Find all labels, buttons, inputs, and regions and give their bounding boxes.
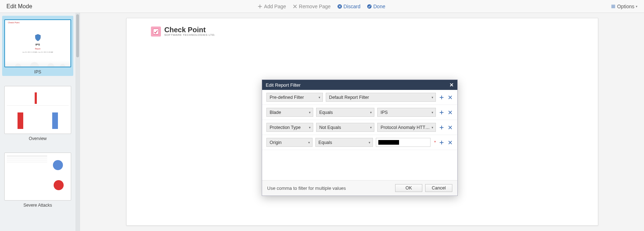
filter-row: Pre-defined Filter▾ Default Report Filte… (262, 90, 457, 105)
sidebar-scrollbar[interactable] (75, 13, 80, 231)
chevron-down-icon: ▾ (319, 96, 320, 99)
options-label: Options (617, 4, 634, 9)
remove-filter-button[interactable] (447, 95, 453, 100)
filter-field-value: Blade (270, 110, 281, 115)
filter-operator-select[interactable]: Not Equals▾ (316, 123, 375, 132)
top-bar: Edit Mode Add Page Remove Page Discard D… (0, 0, 644, 13)
thumb-timeframe: Jan 19, 2021 11:33 AM - Jan 19, 2021 11:… (23, 51, 53, 53)
plus-icon (257, 4, 262, 9)
required-indicator: * (434, 140, 436, 145)
add-filter-button[interactable] (439, 110, 444, 115)
brand-subtitle: SOFTWARE TECHNOLOGIES LTD. (164, 33, 216, 37)
thumb-brand: Check Point (8, 21, 19, 24)
discard-icon (337, 4, 342, 9)
chevron-down-icon: ▾ (308, 141, 310, 144)
chevron-down-icon: ▾ (432, 111, 433, 114)
filter-operator-select[interactable]: Equals▾ (315, 138, 373, 147)
filter-operator-value: Equals (319, 110, 333, 115)
edit-report-filter-dialog: Edit Report Filter ✕ Pre-defined Filter▾… (262, 80, 458, 196)
filter-value-select[interactable]: Protocol Anomaly HTTP,Proto...▾ (377, 123, 436, 132)
chevron-down-icon: ▾ (370, 126, 372, 129)
shield-icon (35, 34, 41, 42)
discard-button[interactable]: Discard (337, 4, 360, 9)
dialog-close-button[interactable]: ✕ (449, 82, 454, 88)
page-thumbnail-ips[interactable]: Check Point IPS Report Jan 19, 2021 11:3… (2, 16, 73, 76)
filter-field-select[interactable]: Protection Type▾ (266, 123, 313, 132)
chevron-down-icon: ▾ (370, 111, 372, 114)
filter-field-value: Protection Type (270, 125, 301, 130)
options-icon (611, 4, 616, 9)
filter-operator-value: Equals (319, 140, 332, 145)
add-filter-button[interactable] (439, 125, 444, 130)
filter-row: Origin▾ Equals▾ * (262, 135, 457, 150)
skyline-decoration (5, 60, 70, 67)
filter-value-select[interactable]: Default Report Filter▾ (326, 93, 436, 102)
filter-field-select[interactable]: Blade▾ (266, 108, 313, 117)
chevron-down-icon: ▾ (432, 126, 433, 129)
remove-page-button[interactable]: Remove Page (292, 4, 331, 9)
filter-field-select[interactable]: Pre-defined Filter▾ (266, 93, 323, 102)
done-button[interactable]: Done (367, 4, 385, 9)
filter-row: Protection Type▾ Not Equals▾ Protocol An… (262, 120, 457, 135)
dialog-title: Edit Report Filter (266, 82, 301, 88)
thumb-title: IPS (35, 43, 40, 46)
filter-value-input[interactable] (376, 138, 431, 147)
chevron-down-icon: ▾ (309, 111, 311, 114)
mode-title: Edit Mode (6, 3, 32, 10)
remove-filter-button[interactable] (447, 140, 453, 145)
filter-value-text: Default Report Filter (329, 95, 369, 100)
done-icon (367, 4, 372, 9)
add-page-label: Add Page (264, 4, 286, 9)
add-filter-button[interactable] (439, 95, 444, 100)
filter-value-text: IPS (380, 110, 388, 115)
cancel-button[interactable]: Cancel (425, 184, 452, 192)
canvas: Check Point SOFTWARE TECHNOLOGIES LTD. E… (80, 13, 644, 231)
filter-value-text: Protocol Anomaly HTTP,Proto... (380, 125, 431, 130)
options-menu[interactable]: Options ▾ (611, 4, 638, 9)
chevron-down-icon: ▾ (369, 141, 370, 144)
done-label: Done (373, 4, 385, 9)
scrollbar-handle[interactable] (76, 14, 79, 57)
add-filter-button[interactable] (439, 140, 444, 145)
sidebar: Check Point IPS Report Jan 19, 2021 11:3… (0, 13, 80, 231)
filter-operator-select[interactable]: Equals▾ (316, 108, 375, 117)
filter-field-select[interactable]: Origin▾ (266, 138, 313, 147)
discard-label: Discard (344, 4, 360, 9)
x-icon (292, 4, 298, 9)
checkpoint-logo-icon (151, 27, 161, 37)
redacted-value (378, 140, 399, 145)
chevron-down-icon: ▾ (636, 5, 638, 8)
filter-field-value: Origin (270, 140, 281, 145)
thumb-label: IPS (4, 69, 72, 74)
thumb-label: Overview (4, 136, 72, 141)
remove-filter-button[interactable] (447, 110, 453, 115)
cancel-label: Cancel (432, 186, 446, 191)
remove-filter-button[interactable] (447, 125, 453, 130)
filter-operator-value: Not Equals (319, 125, 341, 130)
thumb-label: Severe Attacks (4, 203, 72, 208)
add-page-button[interactable]: Add Page (257, 4, 286, 9)
remove-page-label: Remove Page (299, 4, 331, 9)
filter-field-value: Pre-defined Filter (270, 95, 304, 100)
dialog-hint: Use comma to filter for multiple values (267, 186, 346, 191)
chevron-down-icon: ▾ (432, 96, 433, 99)
ok-button[interactable]: OK (395, 184, 422, 192)
brand-name: Check Point (164, 26, 216, 33)
brand-header: Check Point SOFTWARE TECHNOLOGIES LTD. (151, 26, 574, 37)
thumb-subtitle: Report (35, 48, 40, 50)
filter-value-select[interactable]: IPS▾ (377, 108, 436, 117)
svg-rect-2 (153, 29, 158, 34)
chevron-down-icon: ▾ (309, 126, 311, 129)
page-thumbnail-overview[interactable]: Overview (2, 82, 73, 143)
filter-row: Blade▾ Equals▾ IPS▾ (262, 105, 457, 120)
page-thumbnail-severe-attacks[interactable]: Severe Attacks (2, 149, 73, 209)
topbar-actions: Add Page Remove Page Discard Done (257, 4, 385, 9)
ok-label: OK (405, 186, 412, 191)
